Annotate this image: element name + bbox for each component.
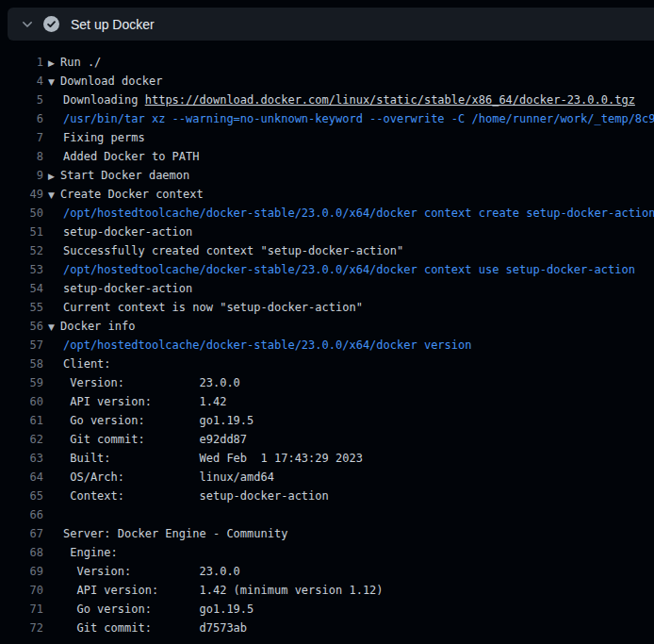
log-text: Go version: go1.19.5 (43, 411, 253, 430)
log-line: 64 OS/Arch: linux/amd64 (0, 468, 654, 487)
log-line: 56▼Docker info (0, 317, 654, 336)
line-number[interactable]: 60 (0, 392, 43, 411)
log-line: 62 Git commit: e92dd87 (0, 430, 654, 449)
line-number[interactable]: 70 (0, 581, 43, 600)
log-command-text: /opt/hostedtoolcache/docker-stable/23.0.… (43, 336, 471, 355)
log-line: 57/opt/hostedtoolcache/docker-stable/23.… (0, 336, 654, 355)
line-number[interactable]: 7 (0, 128, 43, 147)
line-number[interactable]: 66 (0, 505, 43, 524)
log-text: Fixing perms (43, 128, 145, 147)
line-number[interactable]: 8 (0, 147, 43, 166)
log-text (43, 505, 63, 524)
line-number[interactable]: 65 (0, 487, 43, 505)
log-line: 71 Go version: go1.19.5 (0, 600, 654, 619)
log-link[interactable]: https://download.docker.com/linux/static… (145, 93, 635, 107)
line-number[interactable]: 52 (0, 241, 43, 260)
group-title[interactable]: Start Docker daemon (60, 169, 189, 182)
log-line: 55Current context is now "setup-docker-a… (0, 298, 654, 317)
line-number[interactable]: 58 (0, 355, 43, 373)
log-line: 8Added Docker to PATH (0, 147, 654, 166)
log-line: 53/opt/hostedtoolcache/docker-stable/23.… (0, 260, 654, 279)
log-line: 52Successfully created context "setup-do… (0, 241, 654, 260)
line-number[interactable]: 56 (0, 317, 43, 336)
log-line: 61 Go version: go1.19.5 (0, 411, 654, 430)
log-group-row: ▼Download docker (43, 72, 162, 91)
group-collapsed-arrow-icon[interactable]: ▶ (48, 54, 60, 72)
log-line: 7Fixing perms (0, 128, 654, 147)
group-collapsed-arrow-icon[interactable]: ▶ (48, 167, 60, 185)
log-line: 72 Git commit: d7573ab (0, 619, 654, 637)
group-expanded-arrow-icon[interactable]: ▼ (48, 318, 60, 336)
log-group-row: ▶Run ./ (43, 53, 101, 72)
log-line: 9▶Start Docker daemon (0, 166, 654, 185)
line-number[interactable]: 69 (0, 562, 43, 581)
line-number[interactable]: 54 (0, 279, 43, 298)
line-number[interactable]: 63 (0, 449, 43, 468)
log-text: Git commit: e92dd87 (43, 430, 247, 449)
check-circle-icon (43, 16, 59, 32)
log-text: setup-docker-action (43, 223, 192, 241)
log-text: Context: setup-docker-action (43, 487, 329, 505)
log-line: 51setup-docker-action (0, 223, 654, 241)
log-text: Git commit: d7573ab (43, 619, 247, 637)
line-number[interactable]: 53 (0, 260, 43, 279)
log-line: 67Server: Docker Engine - Community (0, 524, 654, 543)
step-title[interactable]: Set up Docker (71, 17, 155, 32)
log-text: Engine: (43, 543, 118, 562)
line-number[interactable]: 5 (0, 91, 43, 109)
step-header[interactable]: Set up Docker (8, 8, 654, 41)
chevron-down-icon[interactable] (21, 18, 34, 31)
log-text: API version: 1.42 (minimum version 1.12) (43, 581, 384, 600)
log-text: Current context is now "setup-docker-act… (43, 298, 363, 317)
log-line: 49▼Create Docker context (0, 185, 654, 204)
log-text: OS/Arch: linux/amd64 (43, 468, 274, 487)
group-title[interactable]: Docker info (60, 320, 135, 333)
log-line: 54setup-docker-action (0, 279, 654, 298)
line-number[interactable]: 71 (0, 600, 43, 619)
line-number[interactable]: 4 (0, 72, 43, 91)
line-number[interactable]: 49 (0, 185, 43, 204)
log-line: 58Client: (0, 355, 654, 373)
log-line: 68 Engine: (0, 543, 654, 562)
line-number[interactable]: 55 (0, 298, 43, 317)
log-line: 50/opt/hostedtoolcache/docker-stable/23.… (0, 204, 654, 223)
log-text-prefix: Downloading (63, 93, 145, 107)
log-line: 63 Built: Wed Feb 1 17:43:29 2023 (0, 449, 654, 468)
line-number[interactable]: 57 (0, 336, 43, 355)
log-text: Server: Docker Engine - Community (43, 524, 287, 543)
line-number[interactable]: 67 (0, 524, 43, 543)
log-text: Client: (43, 355, 111, 373)
log-text: Downloading https://download.docker.com/… (43, 91, 635, 109)
log-line: 59 Version: 23.0.0 (0, 373, 654, 392)
log-command-text: /usr/bin/tar xz --warning=no-unknown-key… (43, 109, 654, 128)
group-title[interactable]: Run ./ (60, 56, 101, 69)
log-text: Version: 23.0.0 (43, 373, 240, 392)
line-number[interactable]: 61 (0, 411, 43, 430)
line-number[interactable]: 1 (0, 53, 43, 72)
log-text: setup-docker-action (43, 279, 192, 298)
line-number[interactable]: 64 (0, 468, 43, 487)
line-number[interactable]: 51 (0, 223, 43, 241)
log-line: 65 Context: setup-docker-action (0, 487, 654, 505)
group-title[interactable]: Create Docker context (60, 188, 204, 201)
actions-log-viewer: { "header": { "title": "Set up Docker", … (0, 0, 654, 644)
log-line: 5Downloading https://download.docker.com… (0, 91, 654, 109)
line-number[interactable]: 9 (0, 166, 43, 185)
log-command-text: /opt/hostedtoolcache/docker-stable/23.0.… (43, 260, 635, 279)
line-number[interactable]: 59 (0, 373, 43, 392)
group-title[interactable]: Download docker (60, 74, 162, 88)
log-lines: 1▶Run ./4▼Download docker5Downloading ht… (0, 53, 654, 637)
log-line: 69 Version: 23.0.0 (0, 562, 654, 581)
line-number[interactable]: 72 (0, 619, 43, 637)
log-group-row: ▼Docker info (43, 317, 135, 336)
log-line: 1▶Run ./ (0, 53, 654, 72)
log-command-text: /opt/hostedtoolcache/docker-stable/23.0.… (43, 204, 654, 223)
line-number[interactable]: 6 (0, 109, 43, 128)
line-number[interactable]: 62 (0, 430, 43, 449)
log-text: Version: 23.0.0 (43, 562, 240, 581)
group-expanded-arrow-icon[interactable]: ▼ (48, 73, 60, 91)
log-line: 70 API version: 1.42 (minimum version 1.… (0, 581, 654, 600)
group-expanded-arrow-icon[interactable]: ▼ (48, 186, 60, 204)
line-number[interactable]: 50 (0, 204, 43, 223)
line-number[interactable]: 68 (0, 543, 43, 562)
